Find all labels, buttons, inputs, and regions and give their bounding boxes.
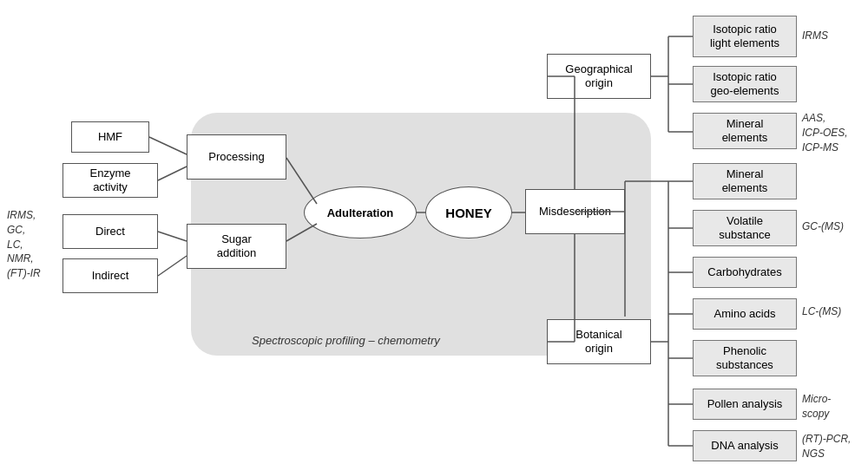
botanical-origin-box: Botanicalorigin xyxy=(547,319,651,364)
microscopy-label: Micro-scopy xyxy=(802,392,831,422)
svg-line-4 xyxy=(158,256,187,276)
mineral-elements-1-box: Mineralelements xyxy=(693,113,797,149)
amino-acids-box: Amino acids xyxy=(693,298,797,330)
enzyme-activity-box: Enzymeactivity xyxy=(62,163,158,198)
irms-label: IRMS xyxy=(802,29,828,43)
rt-pcr-label: (RT)-PCR,NGS xyxy=(802,432,851,461)
spectroscopic-label: Spectroscopic profiling – chemometry xyxy=(252,334,440,349)
isotopic-ratio-geo-box: Isotopic ratiogeo-elements xyxy=(693,66,797,102)
hmf-box: HMF xyxy=(71,121,149,153)
sugar-addition-box: Sugaraddition xyxy=(187,224,286,269)
lc-ms-label: LC-(MS) xyxy=(802,305,841,319)
processing-box: Processing xyxy=(187,134,286,180)
svg-line-3 xyxy=(158,232,187,241)
honey-ellipse: HONEY xyxy=(425,186,512,239)
phenolic-substances-box: Phenolicsubstances xyxy=(693,340,797,376)
aas-label: AAS,ICP-OES,ICP-MS xyxy=(802,111,848,154)
mineral-elements-2-box: Mineralelements xyxy=(693,163,797,199)
indirect-box: Indirect xyxy=(62,258,158,293)
svg-line-0 xyxy=(149,137,187,154)
gc-ms-label: GC-(MS) xyxy=(802,220,844,234)
adulteration-ellipse: Adulteration xyxy=(304,186,417,239)
carbohydrates-box: Carbohydrates xyxy=(693,257,797,288)
direct-box: Direct xyxy=(62,214,158,249)
svg-line-1 xyxy=(158,167,187,180)
volatile-substance-box: Volatilesubstance xyxy=(693,210,797,246)
left-methods-label: IRMS,GC,LC,NMR,(FT)-IR xyxy=(7,208,41,281)
dna-analysis-box: DNA analysis xyxy=(693,430,797,461)
isotopic-ratio-light-box: Isotopic ratiolight elements xyxy=(693,16,797,57)
geographical-origin-box: Geographicalorigin xyxy=(547,54,651,99)
pollen-analysis-box: Pollen analysis xyxy=(693,389,797,420)
diagram: Spectroscopic profiling – chemometry IRM… xyxy=(0,0,868,464)
misdescription-box: Misdescription xyxy=(525,189,625,234)
